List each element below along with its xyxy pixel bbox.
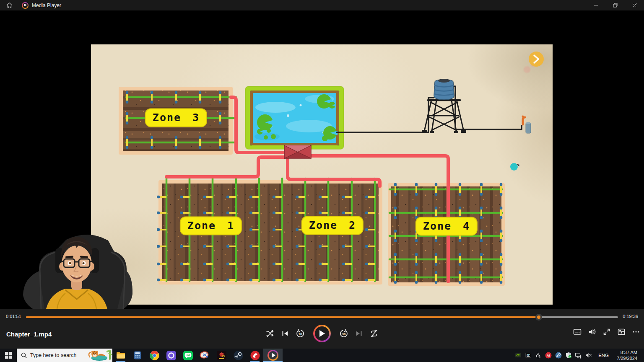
- taskbar: Type here to search: [0, 349, 644, 362]
- taskbar-app-chrome[interactable]: [146, 349, 163, 362]
- minimize-button[interactable]: [586, 0, 605, 10]
- water-pump: [284, 145, 311, 158]
- purple-app-icon: [166, 351, 176, 360]
- elapsed-time: 0:01:51: [6, 314, 21, 319]
- video-stage: Zone 1 Zone 2 Zone 3 Zone 4: [0, 10, 644, 309]
- zone3-label: Zone 3: [145, 109, 207, 127]
- next-button[interactable]: [354, 329, 364, 338]
- cursor-highlight: [510, 163, 520, 171]
- red-app-icon: [250, 351, 260, 360]
- mini-player-button[interactable]: [617, 327, 626, 336]
- repeat-off-button[interactable]: [369, 329, 379, 338]
- tray-xp-pen[interactable]: XP: [525, 352, 532, 359]
- video-canvas[interactable]: Zone 1 Zone 2 Zone 3 Zone 4: [91, 44, 553, 305]
- zone4-label: Zone 4: [415, 217, 478, 236]
- tray-steam[interactable]: [555, 352, 562, 359]
- taskbar-app-purple[interactable]: [163, 349, 179, 362]
- pipe-tank-to-pond: [336, 98, 434, 132]
- seek-bar[interactable]: [26, 316, 618, 318]
- skip-forward-30-icon: 30: [339, 329, 348, 338]
- mini-player-icon: [617, 328, 626, 336]
- line-icon: LINE: [183, 351, 193, 360]
- restore-button[interactable]: [605, 0, 625, 10]
- file-name: Chapter_1.mp4: [6, 331, 52, 338]
- start-button[interactable]: [0, 349, 17, 362]
- more-options-icon: [632, 328, 640, 336]
- zone2-label: Zone 2: [301, 216, 364, 235]
- media-player-icon: [267, 350, 278, 361]
- clock-time: 8:37 AM: [617, 349, 637, 355]
- chrome-icon: [150, 351, 159, 360]
- tray-volume-muted[interactable]: [585, 352, 592, 359]
- taskbar-app-file-explorer[interactable]: [112, 349, 129, 362]
- fullscreen-button[interactable]: [602, 327, 611, 336]
- zone1-label: Zone 1: [180, 217, 242, 235]
- svg-text:A!: A!: [546, 354, 550, 357]
- taskbar-app-calculator[interactable]: [129, 349, 146, 362]
- presenter-avatar: [17, 231, 136, 309]
- media-player-logo-icon: [22, 2, 29, 9]
- more-options-button[interactable]: [631, 327, 641, 336]
- home-button[interactable]: [0, 0, 18, 10]
- search-highlight-tiger-icon: [88, 349, 112, 362]
- windows-security-icon: [565, 352, 572, 359]
- subtitles-icon: [573, 328, 582, 336]
- skip-forward-30-button[interactable]: 30: [339, 329, 348, 338]
- taskbar-app-game-dish[interactable]: [196, 349, 213, 362]
- volume-muted-icon: [585, 352, 592, 359]
- restore-icon: [613, 3, 618, 8]
- game-fist-icon: [217, 351, 226, 360]
- svg-text:LINE: LINE: [186, 354, 190, 356]
- tray-usb[interactable]: [535, 352, 542, 359]
- next-slide-button[interactable]: [529, 52, 544, 67]
- taskbar-app-red[interactable]: [247, 349, 263, 362]
- previous-icon: [281, 329, 289, 338]
- previous-button[interactable]: [280, 329, 290, 338]
- tray-network[interactable]: [575, 352, 582, 359]
- minimize-icon: [594, 3, 598, 8]
- tray-windows-security[interactable]: [565, 352, 572, 359]
- calculator-icon: [133, 351, 142, 360]
- tray-nvidia[interactable]: [514, 352, 522, 359]
- search-icon: [21, 352, 27, 358]
- seek-fill: [26, 316, 539, 318]
- usb-icon: [535, 352, 541, 359]
- windows-logo-icon: [5, 352, 12, 359]
- red-notifier-icon: A!: [545, 352, 552, 359]
- steam-icon: [234, 351, 243, 360]
- system-tray: XP A!: [514, 349, 644, 362]
- shuffle-off-icon: [266, 329, 274, 338]
- seek-thumb[interactable]: [535, 314, 542, 321]
- svg-text:10: 10: [299, 332, 302, 336]
- app-title: Media Player: [32, 3, 61, 8]
- clock[interactable]: 8:37 AM 7/29/2024: [615, 349, 641, 362]
- repeat-off-icon: [370, 329, 378, 338]
- play-button[interactable]: [313, 325, 331, 342]
- home-icon: [6, 2, 13, 8]
- network-icon: [575, 352, 582, 359]
- skip-back-10-icon: 10: [296, 329, 305, 338]
- taskbar-app-steam[interactable]: [230, 349, 247, 362]
- file-explorer-icon: [116, 350, 126, 360]
- titlebar: Media Player: [0, 0, 644, 10]
- subtitles-button[interactable]: [573, 327, 582, 336]
- total-time: 0:19:36: [623, 314, 638, 319]
- volume-button[interactable]: [587, 327, 597, 336]
- shuffle-off-button[interactable]: [265, 329, 275, 338]
- search-box[interactable]: Type here to search: [17, 349, 112, 362]
- desktop: Media Player: [0, 0, 644, 362]
- pipe-zone1-feed: [166, 157, 285, 177]
- tray-red-notifier[interactable]: A!: [545, 352, 552, 359]
- game-dish-icon: [200, 350, 210, 360]
- volume-icon: [588, 328, 596, 336]
- fullscreen-icon: [602, 328, 611, 336]
- nvidia-icon: [515, 352, 522, 359]
- close-icon: [632, 3, 637, 8]
- close-button[interactable]: [625, 0, 644, 10]
- svg-text:30: 30: [342, 332, 346, 336]
- skip-back-10-button[interactable]: 10: [296, 329, 305, 338]
- taskbar-app-game-fist[interactable]: [213, 349, 230, 362]
- taskbar-app-media-player[interactable]: [263, 349, 283, 362]
- taskbar-app-line[interactable]: LINE: [179, 349, 196, 362]
- language-indicator[interactable]: ENG: [595, 353, 612, 358]
